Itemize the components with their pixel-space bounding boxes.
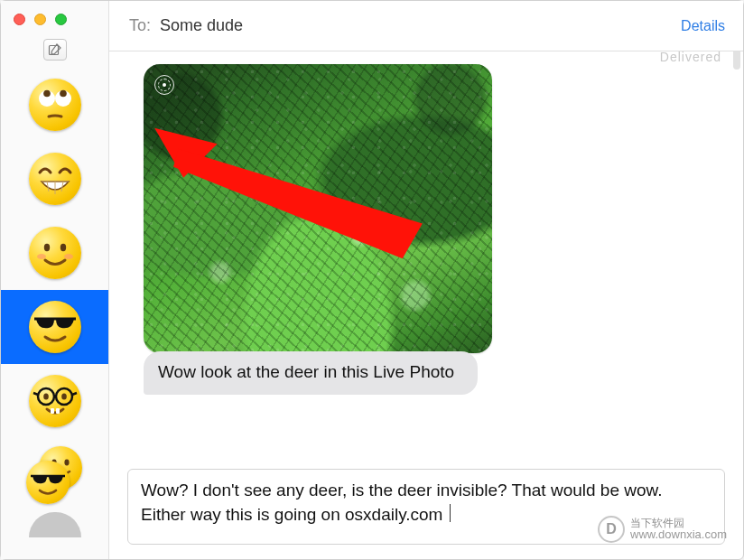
svg-point-3 xyxy=(43,90,51,98)
conversation-item-nerd[interactable] xyxy=(1,364,108,438)
details-button[interactable]: Details xyxy=(681,18,725,34)
conversation-item-placeholder[interactable] xyxy=(1,512,108,548)
conversation-list xyxy=(1,68,108,559)
conversation-item-cool[interactable] xyxy=(1,290,108,364)
incoming-message-text: Wow look at the deer in this Live Photo xyxy=(158,362,454,381)
maximize-window-button[interactable] xyxy=(55,14,67,25)
live-photo-badge-icon xyxy=(154,75,174,95)
minimize-window-button[interactable] xyxy=(34,14,46,25)
conversation-header: To: Some dude Details xyxy=(109,1,743,51)
svg-point-12 xyxy=(61,393,67,399)
conversation-item-eyeroll[interactable] xyxy=(1,68,108,142)
scroll-track[interactable] xyxy=(729,57,741,460)
svg-point-5 xyxy=(43,244,49,251)
conversation-main: To: Some dude Details Delivered Wow look… xyxy=(109,1,743,559)
close-window-button[interactable] xyxy=(14,14,25,25)
svg-point-7 xyxy=(37,254,46,259)
avatar-placeholder-icon xyxy=(29,512,81,537)
to-label: To: xyxy=(129,16,151,35)
incoming-photo-bubble[interactable] xyxy=(144,64,492,353)
conversation-item-grin[interactable] xyxy=(1,142,108,216)
delivery-status: Delivered xyxy=(660,51,721,64)
conversation-item-group[interactable] xyxy=(1,438,108,512)
chat-transcript[interactable]: Delivered Wow look at the deer in this L… xyxy=(109,51,743,462)
svg-rect-13 xyxy=(51,408,54,414)
conversation-item-smile[interactable] xyxy=(1,216,108,290)
photo-content xyxy=(144,64,492,353)
compose-row xyxy=(1,39,108,68)
svg-point-4 xyxy=(60,90,67,98)
messages-window: To: Some dude Details Delivered Wow look… xyxy=(0,0,744,560)
incoming-message-bubble[interactable]: Wow look at the deer in this Live Photo xyxy=(144,351,478,395)
conversation-sidebar xyxy=(1,1,109,559)
text-cursor xyxy=(450,504,451,522)
svg-rect-0 xyxy=(49,46,58,55)
svg-point-6 xyxy=(60,244,65,251)
draft-text: Wow? I don't see any deer, is the deer i… xyxy=(141,481,663,524)
message-input[interactable]: Wow? I don't see any deer, is the deer i… xyxy=(127,469,725,545)
svg-point-11 xyxy=(43,393,49,399)
compose-icon xyxy=(48,42,62,57)
compose-button[interactable] xyxy=(43,39,67,61)
window-controls xyxy=(14,14,67,25)
svg-point-8 xyxy=(64,254,73,259)
recipient-name[interactable]: Some dude xyxy=(160,16,243,35)
svg-rect-14 xyxy=(56,408,60,414)
